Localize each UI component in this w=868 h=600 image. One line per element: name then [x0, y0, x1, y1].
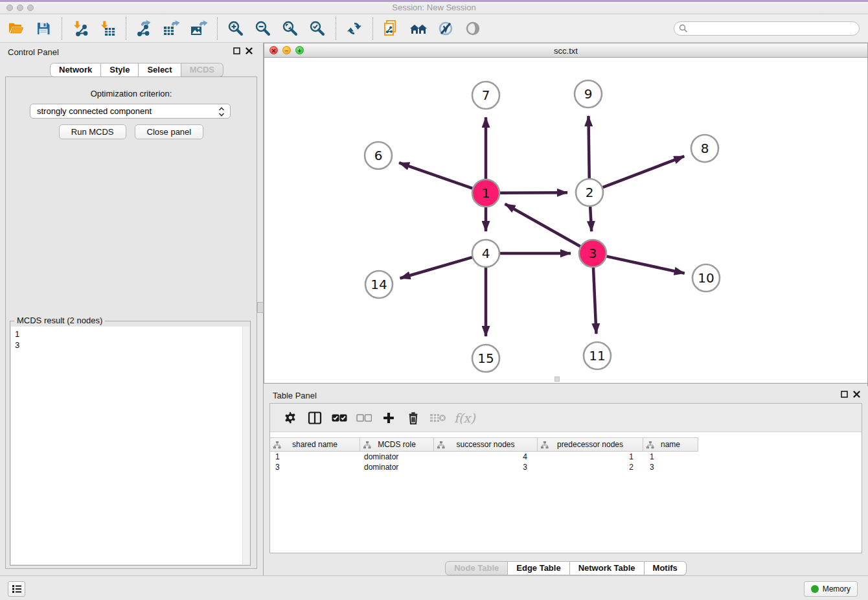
column-header-MCDS-role[interactable]: MCDS role	[360, 437, 434, 452]
graph-edge-2-9[interactable]	[588, 116, 589, 178]
float-table-panel-icon[interactable]	[841, 391, 848, 398]
graph-node-3[interactable]: 3	[579, 240, 606, 267]
zoom-out-icon[interactable]	[253, 19, 273, 38]
graph-node-2[interactable]: 2	[576, 179, 603, 206]
show-hide-panels-eye-icon[interactable]	[463, 19, 483, 38]
zoom-fit-icon[interactable]	[280, 19, 300, 38]
refresh-layout-icon[interactable]	[345, 19, 364, 38]
graph-edge-4-14[interactable]	[400, 257, 472, 278]
graph-node-4[interactable]: 4	[472, 240, 499, 267]
tab-node-table[interactable]: Node Table	[445, 561, 508, 575]
settings-gear-icon[interactable]	[281, 410, 299, 426]
window-top-strip	[0, 0, 868, 2]
add-column-icon[interactable]	[380, 410, 398, 426]
export-table-icon[interactable]	[162, 19, 181, 38]
graph-node-6[interactable]: 6	[365, 142, 392, 169]
graph-node-11[interactable]: 11	[584, 342, 611, 369]
cell-successor-nodes: 3	[434, 463, 538, 473]
delete-table-icon[interactable]	[429, 410, 447, 426]
mcds-result-text[interactable]: 1 3	[11, 327, 249, 564]
zoom-in-icon[interactable]	[226, 19, 246, 38]
optimization-criterion-label: Optimization criterion:	[6, 89, 257, 98]
mcds-result-title: MCDS result (2 nodes)	[14, 316, 105, 325]
float-panel-icon[interactable]	[233, 47, 240, 54]
select-all-columns-icon[interactable]	[330, 410, 348, 426]
column-header-predecessor-nodes[interactable]: predecessor nodes	[538, 437, 643, 452]
cell-name: 3	[643, 463, 698, 473]
clone-network-icon[interactable]	[382, 19, 401, 38]
zoom-selected-icon[interactable]	[308, 19, 327, 38]
close-panel-button[interactable]: Close panel	[135, 124, 204, 139]
network-canvas[interactable]: 7968124314101511	[264, 58, 867, 383]
graph-node-7[interactable]: 7	[472, 82, 499, 109]
graph-node-1[interactable]: 1	[472, 179, 499, 207]
graph-edge-3-10[interactable]	[606, 257, 684, 273]
import-network-icon[interactable]	[71, 19, 90, 38]
task-history-button[interactable]	[8, 581, 25, 597]
graph-edge-3-11[interactable]	[593, 268, 597, 334]
save-session-icon[interactable]	[34, 19, 53, 38]
network-graph[interactable]: 7968124314101511	[264, 58, 867, 383]
search-field[interactable]	[674, 21, 860, 36]
table-header-row: shared nameMCDS rolesuccessor nodesprede…	[270, 437, 698, 452]
toolbar-separator	[62, 17, 62, 40]
run-mcds-button[interactable]: Run MCDS	[59, 124, 126, 139]
deselect-all-columns-icon[interactable]	[355, 410, 373, 426]
close-table-panel-icon[interactable]	[853, 391, 860, 398]
column-header-shared-name[interactable]: shared name	[270, 437, 360, 452]
graph-node-15[interactable]: 15	[472, 345, 499, 372]
status-bar: Memory	[0, 575, 868, 600]
splitter-grip[interactable]	[257, 302, 264, 313]
table-panel-header: Table Panel	[264, 386, 868, 404]
canvas-resize-grip[interactable]	[554, 376, 560, 382]
column-header-name[interactable]: name	[643, 437, 698, 452]
table-row[interactable]: 1dominator411	[270, 452, 862, 463]
cell-predecessor-nodes: 1	[538, 452, 643, 463]
network-window-title: scc.txt	[264, 46, 867, 56]
control-panel-title: Control Panel	[8, 47, 59, 57]
graph-node-10[interactable]: 10	[692, 264, 720, 292]
tab-motifs[interactable]: Motifs	[645, 561, 687, 575]
split-view-icon[interactable]	[306, 410, 324, 426]
search-icon	[679, 24, 688, 33]
svg-text:2: 2	[586, 185, 594, 200]
delete-column-trash-icon[interactable]	[404, 410, 422, 426]
network-window-titlebar[interactable]: ✕ − + scc.txt	[264, 43, 867, 58]
tab-style[interactable]: Style	[101, 63, 139, 77]
graph-node-8[interactable]: 8	[691, 135, 718, 162]
tab-edge-table[interactable]: Edge Table	[508, 561, 569, 575]
table-row[interactable]: 3dominator323	[270, 463, 862, 473]
open-session-icon[interactable]	[6, 19, 26, 38]
column-header-successor-nodes[interactable]: successor nodes	[434, 437, 538, 452]
graph-edge-2-8[interactable]	[603, 156, 685, 187]
graph-node-9[interactable]: 9	[575, 80, 602, 108]
graph-edge-1-6[interactable]	[399, 163, 472, 189]
tab-select[interactable]: Select	[139, 63, 181, 77]
svg-text:14: 14	[371, 277, 387, 292]
tab-mcds[interactable]: MCDS	[181, 63, 223, 77]
tab-network-table[interactable]: Network Table	[570, 561, 645, 575]
search-input[interactable]	[691, 24, 859, 33]
function-builder-icon[interactable]: f(x)	[454, 411, 475, 425]
svg-text:1: 1	[482, 185, 490, 201]
toolbar-separator	[217, 17, 218, 40]
import-table-icon[interactable]	[98, 19, 117, 38]
control-panel-tabs: Network Style Select MCDS	[50, 63, 223, 77]
window-titlebar: Session: New Session	[0, 0, 868, 14]
graph-node-14[interactable]: 14	[365, 271, 393, 298]
export-network-icon[interactable]	[135, 19, 154, 38]
home-icon[interactable]	[409, 19, 428, 38]
result-scrollbar[interactable]	[242, 327, 249, 564]
svg-text:10: 10	[698, 270, 714, 286]
memory-button[interactable]: Memory	[804, 581, 858, 597]
criterion-dropdown[interactable]: strongly connected component	[30, 104, 231, 119]
svg-text:9: 9	[584, 86, 593, 102]
close-panel-icon[interactable]	[246, 47, 253, 54]
graph-edge-1-2[interactable]	[500, 192, 567, 193]
graph-edge-3-1[interactable]	[505, 204, 580, 247]
toolbar-separator	[336, 17, 336, 40]
export-image-icon[interactable]	[189, 19, 209, 38]
tab-network[interactable]: Network	[50, 63, 101, 77]
vizmapper-icon[interactable]	[436, 19, 455, 38]
graph-edge-2-3[interactable]	[590, 207, 591, 231]
